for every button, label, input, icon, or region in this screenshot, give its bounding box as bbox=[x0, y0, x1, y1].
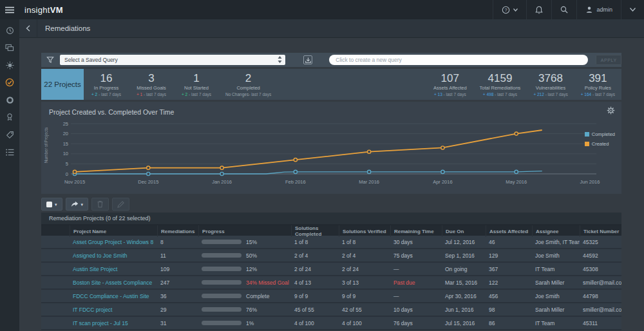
projects-count-tile[interactable]: 22 Projects bbox=[41, 69, 84, 100]
help-menu[interactable]: ? bbox=[493, 0, 526, 19]
ticket-number-cell: 45308 bbox=[580, 266, 621, 272]
column-header[interactable]: Remaining Time bbox=[390, 225, 442, 237]
share-menu-button[interactable]: ▾ bbox=[66, 198, 89, 211]
project-name-link[interactable]: Assigned to Joe Smith bbox=[70, 252, 157, 259]
summary-stat: 391 Policy Rules + 164 - last 7 days bbox=[574, 69, 621, 100]
stat-delta: + 2 - last 7 days bbox=[182, 92, 211, 97]
apply-button[interactable]: APPLY bbox=[596, 55, 621, 65]
svg-text:25: 25 bbox=[63, 121, 68, 127]
sidebar-item-remediations[interactable] bbox=[1, 78, 18, 87]
ticket-number-cell: 45311 bbox=[580, 320, 621, 326]
gear-icon[interactable] bbox=[607, 106, 615, 115]
table-row: FDCC Compliance - Austin Site 36 Complet… bbox=[41, 290, 621, 303]
project-name-link[interactable]: Austin Site Project bbox=[70, 266, 157, 272]
assignee-cell: Sarah Miller bbox=[532, 279, 580, 286]
svg-text:5: 5 bbox=[66, 161, 68, 167]
table-header-row: Project Name Remediations Progress Solut… bbox=[41, 225, 621, 236]
delete-button[interactable] bbox=[91, 198, 109, 211]
column-header[interactable]: Solutions Completed bbox=[291, 225, 339, 237]
page-title: Remediations bbox=[45, 24, 90, 32]
breadcrumb-bar: Remediations bbox=[19, 19, 644, 38]
chevron-down-icon: ▾ bbox=[81, 202, 84, 207]
summary-bar: 22 Projects 16 In Progress + 2 - last 7 … bbox=[41, 69, 621, 100]
stat-label: Completed bbox=[236, 85, 260, 91]
svg-text:Feb 2016: Feb 2016 bbox=[285, 179, 306, 185]
stat-delta: + 212 - last 7 days bbox=[533, 92, 567, 97]
svg-text:?: ? bbox=[505, 7, 507, 13]
project-name-link[interactable]: Asset Group Project - Windows 8 bbox=[70, 239, 157, 245]
edit-button[interactable] bbox=[112, 198, 129, 211]
select-all-menu-button[interactable]: ▾ bbox=[41, 198, 62, 211]
menu-icon[interactable] bbox=[0, 0, 19, 19]
chart-title: Project Created vs. Completed Over Time bbox=[49, 108, 174, 116]
sidebar-item-history[interactable] bbox=[1, 26, 18, 35]
chevron-left-icon bbox=[26, 25, 30, 32]
sidebar-item-threats[interactable] bbox=[1, 61, 18, 70]
progress-cell: 76% bbox=[198, 307, 291, 313]
saved-query-select[interactable]: Select a Saved Query bbox=[60, 55, 285, 65]
sidebar-item-reports[interactable] bbox=[1, 147, 18, 156]
remediations-cell: 31 bbox=[157, 320, 198, 326]
solutions-verified-cell: 1 of 8 bbox=[339, 239, 390, 245]
ticket-number-cell: smiller@mail.com bbox=[580, 307, 621, 313]
notifications-button[interactable] bbox=[526, 0, 551, 19]
virus-icon bbox=[6, 61, 14, 70]
remaining-time-cell: Past due bbox=[390, 279, 442, 286]
column-header[interactable]: Due On bbox=[442, 225, 486, 237]
summary-stat: 3 Missed Goals + 1 - last 7 days bbox=[129, 69, 174, 100]
project-name-link[interactable]: IT FDCC project bbox=[70, 307, 157, 313]
svg-text:15: 15 bbox=[63, 141, 68, 147]
progress-label: 15% bbox=[246, 239, 257, 245]
sidebar-item-goals[interactable] bbox=[1, 113, 18, 122]
stat-value: 4159 bbox=[488, 73, 513, 84]
spacer bbox=[278, 69, 427, 100]
user-menu[interactable]: admin bbox=[576, 0, 621, 19]
progress-label: Complete bbox=[246, 293, 269, 299]
sidebar-item-sites[interactable] bbox=[1, 43, 18, 52]
back-button[interactable] bbox=[19, 19, 37, 38]
stat-value: 3768 bbox=[538, 73, 563, 84]
table-title: Remediation Projects (0 of 22 selected) bbox=[41, 213, 621, 225]
column-header[interactable]: Solutions Verified bbox=[339, 225, 390, 237]
search-button[interactable] bbox=[551, 0, 576, 19]
sidebar-item-scans[interactable] bbox=[1, 95, 18, 104]
ticket-number-cell: 45325 bbox=[580, 239, 621, 245]
assignee-cell: Joe Smith bbox=[532, 252, 580, 259]
progress-track bbox=[202, 321, 242, 325]
column-header[interactable]: Assets Affected bbox=[486, 225, 532, 237]
sidebar-item-tags[interactable] bbox=[1, 130, 18, 139]
progress-track bbox=[202, 267, 242, 271]
remediations-cell: 247 bbox=[157, 279, 198, 286]
query-input[interactable] bbox=[329, 55, 588, 65]
summary-stat: 16 In Progress + 2 - last 7 days bbox=[84, 69, 129, 100]
column-header[interactable]: Progress bbox=[198, 225, 291, 237]
user-menu-chevron[interactable] bbox=[621, 0, 644, 19]
column-header[interactable]: Remediations bbox=[157, 225, 198, 237]
svg-text:Jun 2016: Jun 2016 bbox=[580, 179, 600, 185]
svg-text:Apr 2016: Apr 2016 bbox=[433, 179, 452, 185]
trash-icon bbox=[97, 200, 104, 208]
progress-cell: Complete bbox=[198, 293, 291, 299]
due-on-cell: Jul 12, 2016 bbox=[442, 239, 486, 245]
assignee-cell: IT Team bbox=[532, 320, 580, 326]
remediations-cell: 29 bbox=[157, 307, 198, 313]
column-header[interactable]: Assignee bbox=[532, 225, 580, 237]
project-name-link[interactable]: IT scan project - Jul 15 bbox=[70, 320, 157, 326]
svg-text:Jan 2016: Jan 2016 bbox=[212, 179, 232, 185]
stat-delta: No Changes- last 7 days bbox=[225, 92, 271, 97]
row-checkbox-cell bbox=[41, 320, 70, 326]
app-header: insightVM ? admin bbox=[0, 0, 644, 19]
row-checkbox-cell bbox=[41, 307, 70, 313]
project-name-link[interactable]: Boston Site - Assets Compliance bbox=[70, 279, 157, 286]
project-name-link[interactable]: FDCC Compliance - Austin Site bbox=[70, 293, 157, 299]
remaining-time-cell: 30 days bbox=[390, 239, 442, 245]
save-query-button[interactable] bbox=[303, 55, 312, 64]
progress-label: 12% bbox=[246, 266, 257, 272]
assignee-cell: IT Team bbox=[532, 266, 580, 272]
column-header[interactable]: Ticket Number bbox=[580, 225, 621, 237]
remediations-cell: 36 bbox=[157, 293, 198, 299]
progress-cell: 12% bbox=[198, 266, 291, 272]
column-header[interactable]: Project Name bbox=[70, 225, 157, 237]
assignee-cell: Sarah Miller bbox=[532, 307, 580, 313]
solutions-verified-cell: 3 of 13 bbox=[339, 279, 390, 286]
